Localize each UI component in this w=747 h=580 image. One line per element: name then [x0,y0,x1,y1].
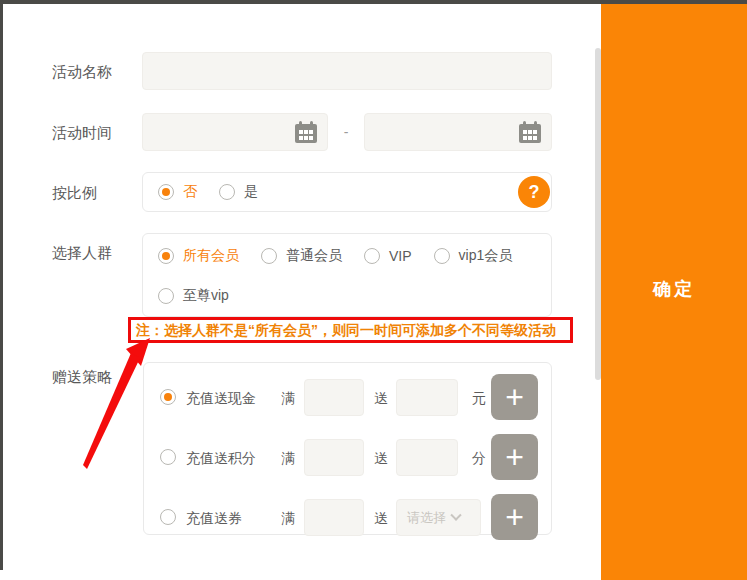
by-ratio-label: 按比例 [52,184,97,203]
radio-supreme-vip-label[interactable]: 至尊vip [183,287,229,305]
add-rule-button[interactable]: + [491,494,538,540]
gift-amount-wrap [396,439,458,476]
strategy-row-cash: 充值送现金 满 送 元 + [144,374,551,420]
by-ratio-group: 否 是 ? [142,172,552,212]
calendar-icon [294,121,318,144]
annotation-note: 注：选择人群不是“所有会员”，则同一时间可添加多个不同等级活动 [128,317,573,343]
strategy-option-label[interactable]: 充值送现金 [186,390,256,408]
add-rule-button[interactable]: + [491,374,538,420]
end-date-input[interactable] [364,113,552,151]
threshold-amount-wrap [304,499,364,536]
strategy-label: 赠送策略 [52,368,112,387]
threshold-amount-input[interactable] [305,500,363,535]
radio-recharge-points[interactable] [160,449,176,465]
gift-amount-wrap [396,379,458,416]
threshold-amount-wrap [304,379,364,416]
threshold-amount-input[interactable] [305,440,363,475]
radio-vip1[interactable] [434,248,450,264]
unit-label: 分 [472,450,486,468]
threshold-prefix: 满 [281,390,295,408]
gift-prefix: 送 [374,390,388,408]
radio-supreme-vip[interactable] [158,288,174,304]
threshold-prefix: 满 [281,510,295,528]
confirm-button[interactable]: 确定 [601,277,747,301]
audience-group: 所有会员 普通会员 VIP vip1会员 至尊vip [142,233,552,317]
strategy-option-label[interactable]: 充值送积分 [186,450,256,468]
window-top-edge [0,0,747,4]
strategy-row-coupon: 充值送券 满 送 请选择 + [144,494,551,540]
calendar-icon [518,121,542,144]
radio-no[interactable] [158,184,174,200]
radio-recharge-coupon[interactable] [160,509,176,525]
gift-amount-input[interactable] [397,440,457,475]
threshold-amount-input[interactable] [305,380,363,415]
radio-no-label[interactable]: 否 [183,183,197,201]
activity-name-input-wrap [142,52,552,90]
add-rule-button[interactable]: + [491,434,538,480]
unit-label: 元 [472,390,486,408]
recharge-activity-form: 活动名称 活动时间 - 按比例 否 是 ? 选择人群 [0,0,747,580]
radio-recharge-cash[interactable] [160,389,176,405]
side-panel: 确定 [601,4,747,580]
activity-time-label: 活动时间 [52,124,112,143]
chevron-down-icon [450,510,461,521]
threshold-prefix: 满 [281,450,295,468]
help-icon[interactable]: ? [518,176,550,208]
radio-vip-label[interactable]: VIP [389,248,412,264]
activity-name-input[interactable] [143,53,551,89]
gift-prefix: 送 [374,450,388,468]
radio-normal-members-label[interactable]: 普通会员 [286,247,342,265]
radio-normal-members[interactable] [261,248,277,264]
radio-yes-label[interactable]: 是 [244,183,258,201]
strategy-row-points: 充值送积分 满 送 分 + [144,434,551,480]
coupon-select-placeholder: 请选择 [407,510,446,525]
gift-prefix: 送 [374,510,388,528]
date-range-separator: - [334,113,358,151]
radio-yes[interactable] [219,184,235,200]
window-left-edge [0,0,3,570]
gift-amount-input[interactable] [397,380,457,415]
strategy-option-label[interactable]: 充值送券 [186,510,242,528]
radio-vip1-label[interactable]: vip1会员 [459,247,513,265]
threshold-amount-wrap [304,439,364,476]
coupon-select[interactable]: 请选择 [396,499,481,536]
strategy-group: 充值送现金 满 送 元 + 充值送积分 满 送 分 + [143,362,552,535]
audience-label: 选择人群 [52,244,112,263]
activity-name-label: 活动名称 [52,63,112,82]
radio-vip[interactable] [364,248,380,264]
start-date-input[interactable] [142,113,328,151]
radio-all-members[interactable] [158,248,174,264]
radio-all-members-label[interactable]: 所有会员 [183,247,239,265]
